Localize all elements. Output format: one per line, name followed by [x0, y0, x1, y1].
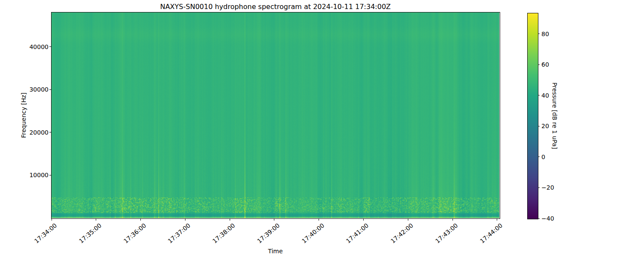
chart-title: NAXYS-SN0010 hydrophone spectrogram at 2…: [52, 3, 499, 11]
y-tick-mark: [49, 175, 51, 175]
x-tick-mark: [185, 218, 185, 221]
x-tick-label: 17:44:00: [479, 222, 504, 245]
y-tick-mark: [49, 132, 51, 132]
x-tick-label: 17:41:00: [345, 222, 370, 245]
x-tick-mark: [96, 218, 96, 221]
colorbar: [527, 13, 538, 219]
y-axis-label: Frequency [Hz]: [20, 92, 27, 138]
colorbar-tick-label: 80: [541, 30, 549, 38]
x-tick-label: 17:35:00: [78, 222, 103, 245]
x-tick-label: 17:43:00: [434, 222, 459, 245]
colorbar-tick-mark: [538, 126, 540, 126]
x-tick-mark: [453, 218, 453, 221]
x-tick-mark: [230, 218, 230, 221]
colorbar-tick-mark: [538, 64, 540, 65]
y-tick-label: 10000: [0, 171, 49, 179]
colorbar-tick-label: −40: [541, 215, 554, 222]
x-tick-label: 17:40:00: [300, 222, 325, 245]
colorbar-tick-label: −20: [541, 184, 554, 191]
x-tick-label: 17:38:00: [211, 222, 236, 245]
colorbar-tick-mark: [538, 187, 540, 188]
y-tick-mark: [49, 89, 51, 90]
y-tick-mark: [49, 46, 51, 47]
colorbar-tick-mark: [538, 157, 540, 157]
colorbar-label: Pressure [dB re 1 uPa]: [551, 82, 558, 149]
colorbar-tick-label: 20: [541, 122, 549, 130]
x-tick-label: 17:39:00: [256, 222, 281, 245]
y-tick-label: 40000: [0, 43, 49, 51]
x-tick-mark: [140, 218, 141, 221]
colorbar-tick-label: 40: [541, 92, 549, 99]
x-tick-label: 17:37:00: [167, 222, 191, 245]
colorbar-tick-mark: [538, 218, 540, 219]
x-tick-mark: [52, 218, 52, 221]
spectrogram-heatmap: [52, 12, 499, 218]
colorbar-tick-mark: [538, 34, 540, 34]
colorbar-tick-label: 60: [541, 61, 549, 68]
colorbar-tick-mark: [538, 95, 540, 95]
figure: NAXYS-SN0010 hydrophone spectrogram at 2…: [0, 0, 644, 258]
x-tick-mark: [497, 218, 497, 221]
x-tick-label: 17:42:00: [389, 222, 414, 245]
x-tick-label: 17:36:00: [122, 222, 147, 245]
x-tick-mark: [274, 218, 274, 221]
x-tick-mark: [363, 218, 364, 221]
x-tick-label: 17:34:00: [33, 222, 58, 245]
x-tick-mark: [319, 218, 319, 221]
colorbar-tick-label: 0: [541, 153, 545, 161]
x-tick-mark: [408, 218, 408, 221]
x-axis-label: Time: [52, 248, 499, 255]
